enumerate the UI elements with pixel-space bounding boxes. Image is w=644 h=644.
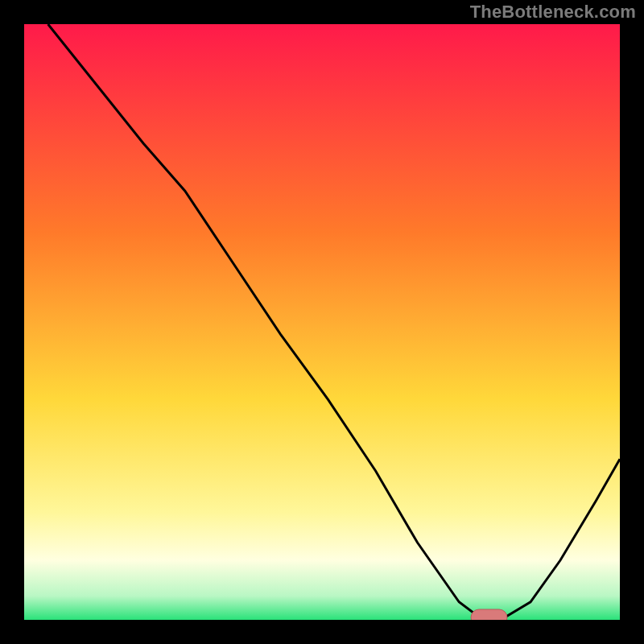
watermark-text: TheBottleneck.com — [470, 2, 636, 23]
bottleneck-chart — [0, 0, 644, 644]
heat-gradient-bg — [24, 24, 620, 620]
chart-container: TheBottleneck.com — [0, 0, 644, 644]
